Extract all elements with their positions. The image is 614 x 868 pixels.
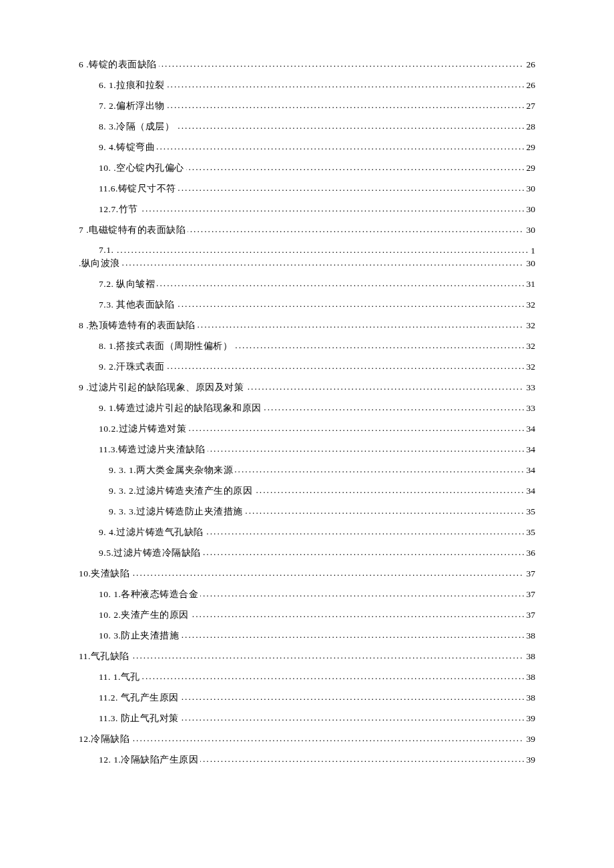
toc-label: 9. 1.铸造过滤片引起的缺陷现象和原因 [99, 403, 264, 413]
toc-pagenum: 35 [524, 527, 536, 538]
toc-label: 9. 4.过滤片铸造气孔缺陷 [99, 527, 206, 537]
toc-pagenum: 30 [524, 204, 536, 215]
toc-label: 7 .电磁锭特有的表面缺陷 [79, 225, 188, 235]
toc-entry: ........................................… [99, 630, 535, 641]
toc-label: 8. 3.冷隔（成层） [99, 121, 176, 131]
toc-entry: ........................................… [99, 609, 535, 620]
toc-pagenum: 38 [524, 630, 536, 641]
toc-label: 10. 2.夹渣产生的原因 [99, 610, 191, 620]
toc-label: 9. 3. 1.两大类金属夹杂物来源 [109, 465, 235, 475]
leader-dots: ........................................… [99, 245, 535, 256]
toc-entry: ........................................… [99, 423, 535, 434]
toc-entry: ........................................… [99, 692, 535, 703]
toc-label: 12. 1.冷隔缺陷产生原因 [99, 755, 200, 765]
toc-pagenum: 27 [524, 101, 536, 111]
toc-pagenum: 30 [524, 183, 536, 194]
toc-label: 10.夹渣缺陷 [79, 568, 131, 578]
toc-entry: ........................................… [99, 713, 535, 724]
toc-pagenum: 28 [524, 121, 536, 132]
toc-entry: ........................................… [99, 340, 535, 352]
toc-label: 12.冷隔缺陷 [79, 734, 131, 744]
toc-label: 11.2. 气孔产生原因 [99, 693, 181, 703]
toc-pagenum: 34 [524, 424, 536, 434]
toc-label: 9. 3. 2.过滤片铸造夹渣产生的原因 [109, 486, 254, 496]
toc-entry: ........................................… [109, 464, 535, 476]
toc-entry: ........................................… [99, 754, 535, 765]
toc-label: 11.3. 防止气孔对策 [99, 713, 181, 723]
leader-dots: ........................................… [79, 650, 535, 661]
toc-label: 10.2.过滤片铸造对策 [99, 424, 188, 434]
toc-pagenum: 37 [524, 589, 536, 600]
toc-label: 9. 2.汗珠式表面 [99, 362, 167, 372]
leader-dots: ........................................… [99, 203, 535, 214]
leader-dots: ........................................… [79, 568, 535, 578]
toc-entry: ........................................… [79, 733, 535, 745]
toc-entry: ........................................… [99, 203, 535, 215]
toc-pagenum: 31 [524, 279, 536, 290]
toc-pagenum: 38 [524, 693, 536, 703]
toc-entry: ........................................… [79, 224, 535, 236]
toc-entry: ........................................… [99, 79, 535, 91]
toc-entry: ........................................… [99, 588, 535, 600]
toc-entry: ........................................… [79, 258, 535, 269]
toc-pagenum: 37 [524, 568, 536, 579]
toc-entry: ........................................… [99, 121, 535, 132]
toc-pagenum: 34 [524, 444, 536, 455]
toc-label: 11.气孔缺陷 [79, 651, 131, 661]
toc-pagenum: 38 [524, 672, 536, 683]
toc-entry: ........................................… [109, 506, 535, 517]
toc-label: 10. 3.防止夹渣措施 [99, 630, 181, 640]
toc-pagenum: 34 [524, 465, 536, 476]
toc-entry: ........................................… [99, 245, 535, 256]
toc-pagenum: 39 [524, 713, 536, 724]
toc-label: 10. .空心锭内孔偏心 [99, 163, 186, 173]
toc-label: 6 .铸锭的表面缺陷 [79, 59, 159, 69]
toc-entry: ........................................… [99, 671, 535, 683]
toc-entry: ........................................… [99, 444, 535, 455]
leader-dots: ........................................… [79, 258, 535, 268]
toc-label: 7.3. 其他表面缺陷 [99, 300, 176, 310]
toc-pagenum: 30 [524, 258, 536, 269]
toc-entry: ........................................… [109, 485, 535, 496]
toc-label: 6. 1.拉痕和拉裂 [99, 80, 167, 90]
toc-entry: ........................................… [99, 299, 535, 310]
toc-label: 7.1. [99, 245, 115, 255]
toc-pagenum: 33 [524, 382, 536, 393]
toc-entry: ........................................… [99, 162, 535, 173]
toc-entry: ........................................… [79, 382, 535, 393]
toc-pagenum: 32 [524, 341, 536, 352]
toc-pagenum: 29 [524, 142, 536, 153]
toc-pagenum: 37 [524, 610, 536, 620]
toc-entry: ........................................… [99, 183, 535, 194]
toc-entry: ........................................… [79, 59, 535, 70]
leader-dots: ........................................… [99, 141, 535, 152]
leader-dots: ........................................… [99, 671, 535, 682]
toc-label: 9. 3. 3.过滤片铸造防止夹渣措施 [109, 506, 245, 516]
toc-label: 11.3.铸造过滤片夹渣缺陷 [99, 444, 208, 454]
toc-page: ........................................… [0, 0, 614, 868]
toc-label: 12.7.竹节 [99, 204, 140, 214]
toc-pagenum: 26 [524, 80, 536, 91]
toc-pagenum: 33 [524, 403, 536, 414]
toc-pagenum: 30 [524, 225, 536, 236]
toc-label: 11. 1.气孔 [99, 672, 142, 682]
toc-pagenum: 29 [524, 163, 536, 173]
toc-label: 7.2. 纵向皱褶 [99, 279, 157, 289]
toc-pagenum: 36 [524, 548, 536, 558]
toc-pagenum: 32 [524, 320, 536, 331]
toc-pagenum: 32 [524, 362, 536, 372]
toc-label: 9. 4.铸锭弯曲 [99, 142, 157, 152]
toc-label: 8 .热顶铸造特有的表面缺陷 [79, 320, 198, 330]
toc-label: 7. 2.偏析浮出物 [99, 101, 167, 111]
toc-entry: ........................................… [79, 650, 535, 662]
toc-entry: ........................................… [99, 361, 535, 372]
toc-pagenum: 38 [524, 651, 536, 662]
leader-dots: ........................................… [99, 278, 535, 289]
leader-dots: ........................................… [79, 733, 535, 744]
toc-pagenum: 34 [524, 486, 536, 496]
toc-label: 8. 1.搭接式表面（周期性偏析） [99, 341, 234, 351]
toc-container: ........................................… [79, 59, 535, 765]
toc-entry: ........................................… [99, 526, 535, 538]
toc-label: 9 .过滤片引起的缺陷现象、原因及对策 [79, 382, 246, 392]
toc-entry: ........................................… [99, 278, 535, 290]
